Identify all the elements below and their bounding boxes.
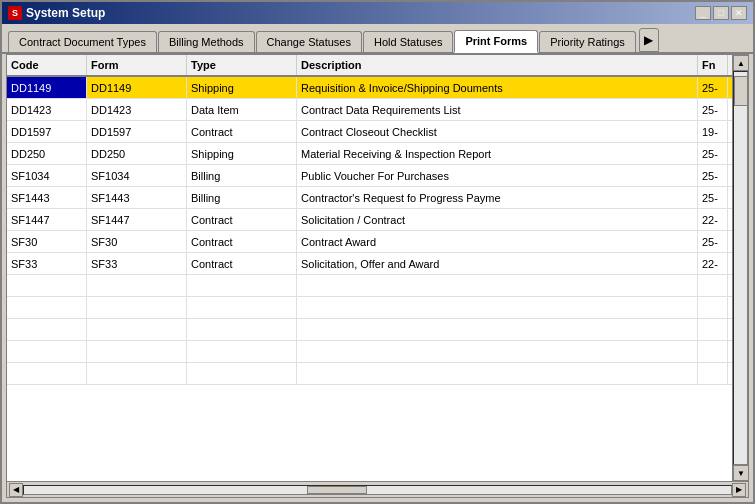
table-cell-empty — [87, 363, 187, 384]
v-scroll-thumb[interactable] — [734, 76, 748, 106]
tab-hold-statuses[interactable]: Hold Statuses — [363, 31, 453, 52]
table-cell: Requisition & Invoice/Shipping Douments — [297, 77, 698, 98]
table-cell: Contract — [187, 209, 297, 230]
table-cell: 25- — [698, 77, 728, 98]
maximize-button[interactable]: □ — [713, 6, 729, 20]
table-cell-empty — [187, 297, 297, 318]
table-row-empty — [7, 363, 748, 385]
h-scroll-track[interactable] — [23, 485, 732, 495]
horizontal-scrollbar[interactable]: ◀ ▶ — [7, 481, 748, 497]
table-cell-empty — [698, 275, 728, 296]
table-row-empty — [7, 297, 748, 319]
table-cell: Billing — [187, 187, 297, 208]
header-form: Form — [87, 55, 187, 75]
app-icon: S — [8, 6, 22, 20]
table-cell: 22- — [698, 253, 728, 274]
table-cell: 25- — [698, 99, 728, 120]
table-cell: Solicitation / Contract — [297, 209, 698, 230]
table-cell-empty — [297, 319, 698, 340]
title-buttons: _ □ ✕ — [695, 6, 747, 20]
table-cell-empty — [297, 363, 698, 384]
title-bar: S System Setup _ □ ✕ — [2, 2, 753, 24]
tab-change-statuses[interactable]: Change Statuses — [256, 31, 362, 52]
table-cell: SF1447 — [7, 209, 87, 230]
table-row[interactable]: DD250DD250ShippingMaterial Receiving & I… — [7, 143, 748, 165]
table-cell-empty — [7, 297, 87, 318]
table-cell: Contract Award — [297, 231, 698, 252]
tab-print-forms[interactable]: Print Forms — [454, 30, 538, 53]
header-desc: Description — [297, 55, 698, 75]
table-cell: SF1443 — [7, 187, 87, 208]
table-cell: DD250 — [87, 143, 187, 164]
table-cell: DD1423 — [7, 99, 87, 120]
table-cell: Contract — [187, 231, 297, 252]
table-cell-empty — [87, 275, 187, 296]
table-cell-empty — [187, 363, 297, 384]
table-row[interactable]: SF30SF30ContractContract Award25- — [7, 231, 748, 253]
header-code: Code — [7, 55, 87, 75]
tab-priority-ratings[interactable]: Priority Ratings — [539, 31, 636, 52]
table-cell: 19- — [698, 121, 728, 142]
tab-billing-methods[interactable]: Billing Methods — [158, 31, 255, 52]
table-row[interactable]: SF33SF33ContractSolicitation, Offer and … — [7, 253, 748, 275]
table-cell: SF30 — [7, 231, 87, 252]
table-cell: SF33 — [7, 253, 87, 274]
table-cell: Public Voucher For Purchases — [297, 165, 698, 186]
tab-contract-document-types[interactable]: Contract Document Types — [8, 31, 157, 52]
table-row[interactable]: SF1447SF1447ContractSolicitation / Contr… — [7, 209, 748, 231]
table-row[interactable]: DD1597DD1597ContractContract Closeout Ch… — [7, 121, 748, 143]
table-cell: SF1034 — [7, 165, 87, 186]
table-cell-empty — [87, 341, 187, 362]
table-row[interactable]: SF1443SF1443BillingContractor's Request … — [7, 187, 748, 209]
table-cell-empty — [297, 275, 698, 296]
title-bar-left: S System Setup — [8, 6, 105, 20]
header-fn: Fn — [698, 55, 728, 75]
table-cell: DD1597 — [87, 121, 187, 142]
table-row-empty — [7, 319, 748, 341]
table-cell: Data Item — [187, 99, 297, 120]
table-cell-empty — [698, 297, 728, 318]
table-cell-empty — [187, 275, 297, 296]
table-row-empty — [7, 275, 748, 297]
header-type: Type — [187, 55, 297, 75]
h-scroll-thumb[interactable] — [307, 486, 367, 494]
v-scroll-down-button[interactable]: ▼ — [733, 465, 749, 481]
table-cell: Billing — [187, 165, 297, 186]
table-cell-empty — [698, 363, 728, 384]
table-cell-empty — [297, 341, 698, 362]
table-row[interactable]: DD1149DD1149ShippingRequisition & Invoic… — [7, 77, 748, 99]
table-row-empty — [7, 341, 748, 363]
table-cell: 25- — [698, 187, 728, 208]
table-cell-empty — [87, 319, 187, 340]
h-scroll-left-button[interactable]: ◀ — [9, 483, 23, 497]
table-cell: DD1597 — [7, 121, 87, 142]
tab-scroll-arrow[interactable]: ▶ — [639, 28, 659, 52]
table-cell: Contract Data Requirements List — [297, 99, 698, 120]
table-cell-empty — [7, 341, 87, 362]
close-button[interactable]: ✕ — [731, 6, 747, 20]
table-cell: Contract — [187, 121, 297, 142]
table-cell: DD1149 — [7, 77, 87, 98]
table-cell: Contract — [187, 253, 297, 274]
grid-body: DD1149DD1149ShippingRequisition & Invoic… — [7, 77, 748, 481]
minimize-button[interactable]: _ — [695, 6, 711, 20]
table-cell: Material Receiving & Inspection Report — [297, 143, 698, 164]
table-cell: SF1447 — [87, 209, 187, 230]
table-cell: Contract Closeout Checklist — [297, 121, 698, 142]
table-cell-empty — [87, 297, 187, 318]
table-row[interactable]: DD1423DD1423Data ItemContract Data Requi… — [7, 99, 748, 121]
v-scroll-track[interactable] — [733, 71, 748, 465]
table-cell-empty — [187, 319, 297, 340]
table-cell: 22- — [698, 209, 728, 230]
table-cell: SF30 — [87, 231, 187, 252]
vertical-scrollbar[interactable]: ▲ ▼ — [732, 55, 748, 481]
table-cell: 25- — [698, 231, 728, 252]
v-scroll-up-button[interactable]: ▲ — [733, 55, 749, 71]
table-row[interactable]: SF1034SF1034BillingPublic Voucher For Pu… — [7, 165, 748, 187]
table-cell: DD1423 — [87, 99, 187, 120]
table-cell: SF1034 — [87, 165, 187, 186]
table-cell-empty — [187, 341, 297, 362]
content-area: E Code Form Type Description Fn [ ] DD11… — [6, 54, 749, 498]
system-setup-window: S System Setup _ □ ✕ Contract Document T… — [0, 0, 755, 504]
h-scroll-right-button[interactable]: ▶ — [732, 483, 746, 497]
